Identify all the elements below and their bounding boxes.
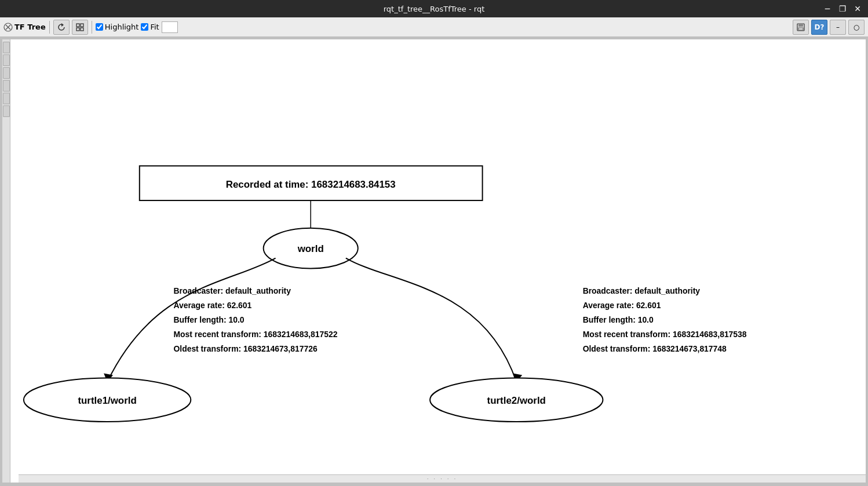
help-button[interactable]: D? <box>811 20 827 35</box>
graph-canvas[interactable]: Recorded at time: 1683214683.84153 world… <box>10 39 866 483</box>
zoom-button[interactable]: ○ <box>848 20 865 35</box>
minimize-button[interactable]: ─ <box>822 3 833 14</box>
strip-btn-2[interactable] <box>3 54 10 66</box>
title-bar: rqt_tf_tree__RosTfTree - rqt ─ ❐ ✕ <box>0 0 868 17</box>
refresh-icon <box>57 23 66 32</box>
svg-rect-4 <box>76 24 79 27</box>
left-strip <box>2 39 10 483</box>
strip-btn-1[interactable] <box>3 42 10 53</box>
recenter-button[interactable] <box>72 20 88 35</box>
fit-checkbox-label[interactable]: Fit <box>141 23 159 31</box>
settings-dash-icon: – <box>836 23 840 31</box>
help-area: D? – ○ <box>811 20 865 35</box>
recenter-icon <box>75 23 85 32</box>
save-icon-1 <box>797 23 805 31</box>
turtle2-node-label: turtle2/world <box>487 395 546 406</box>
svg-rect-7 <box>81 28 83 31</box>
left-buffer-length: Buffer length: 10.0 <box>173 315 244 324</box>
strip-btn-6[interactable] <box>3 105 10 117</box>
title-bar-controls: ─ ❐ ✕ <box>822 3 863 14</box>
strip-btn-5[interactable] <box>3 93 10 104</box>
left-oldest: Oldest transform: 1683214673,817726 <box>173 344 317 353</box>
settings-button[interactable]: – <box>830 20 846 35</box>
svg-rect-10 <box>798 28 803 30</box>
svg-rect-6 <box>76 28 79 31</box>
restore-button[interactable]: ❐ <box>837 3 848 14</box>
highlight-label: Highlight <box>105 23 139 31</box>
close-button[interactable]: ✕ <box>852 3 863 14</box>
bottom-scrollbar[interactable]: · · · · · <box>19 474 866 483</box>
content-area: Recorded at time: 1683214683.84153 world… <box>2 39 866 483</box>
left-broadcaster: Broadcaster: default_authority <box>173 286 291 295</box>
highlight-checkbox-label[interactable]: Highlight <box>96 23 139 31</box>
tf-tree-label: TF Tree <box>3 23 46 32</box>
record-time-text: Recorded at time: 1683214683.84153 <box>226 179 396 190</box>
separator-1 <box>49 21 50 34</box>
turtle1-node-label: turtle1/world <box>78 395 136 406</box>
strip-btn-3[interactable] <box>3 67 10 79</box>
tf-tree-graph: Recorded at time: 1683214683.84153 world… <box>10 39 866 483</box>
right-most-recent: Most recent transform: 1683214683,817538 <box>583 330 747 339</box>
right-oldest: Oldest transform: 1683214673,817748 <box>583 344 727 353</box>
svg-rect-5 <box>81 24 83 27</box>
scroll-indicator: · · · · · <box>427 476 458 482</box>
separator-2 <box>92 21 92 34</box>
right-buffer-length: Buffer length: 10.0 <box>583 315 654 324</box>
world-node-label: world <box>297 243 324 254</box>
zoom-icon: ○ <box>854 23 859 31</box>
fit-checkbox[interactable] <box>141 23 148 31</box>
strip-btn-4[interactable] <box>3 80 10 92</box>
tf-tree-icon <box>3 23 13 32</box>
right-avg-rate: Average rate: 62.601 <box>583 301 661 310</box>
highlight-checkbox[interactable] <box>96 23 103 31</box>
world-to-turtle2-line <box>346 258 516 382</box>
right-broadcaster: Broadcaster: default_authority <box>583 286 701 295</box>
save-button-1[interactable] <box>793 20 809 35</box>
help-icon: D? <box>815 23 825 31</box>
left-most-recent: Most recent transform: 1683214683,817522 <box>173 330 337 339</box>
refresh-button[interactable] <box>53 20 70 35</box>
toolbar: TF Tree Highlight Fit <box>0 17 868 37</box>
left-avg-rate: Average rate: 62.601 <box>173 301 251 310</box>
svg-rect-9 <box>798 24 803 27</box>
svg-marker-3 <box>61 23 64 27</box>
fit-label: Fit <box>150 23 159 31</box>
window-title: rqt_tf_tree__RosTfTree - rqt <box>384 5 485 13</box>
color-swatch[interactable] <box>162 21 178 33</box>
